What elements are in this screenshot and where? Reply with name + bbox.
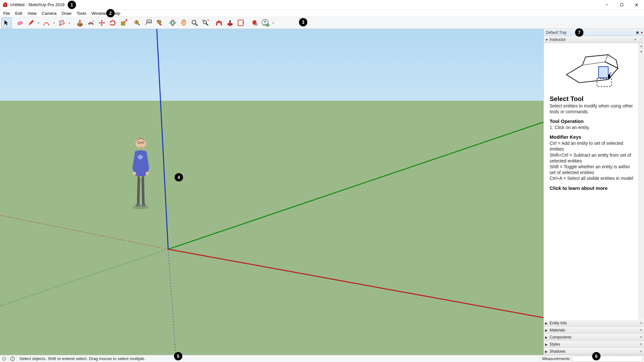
tool-rectangle-dropdown[interactable]: ▾	[68, 22, 72, 24]
axes-overlay	[0, 29, 543, 355]
scroll-up-icon[interactable]: ▲	[639, 43, 644, 49]
panel-header-materials[interactable]: ▶ Materials ×	[544, 327, 644, 334]
svg-line-32	[0, 249, 168, 306]
tool-select[interactable]	[1, 18, 12, 28]
instructor-tool-title: Select Tool	[550, 95, 634, 103]
svg-point-25	[256, 24, 257, 25]
svg-point-18	[170, 22, 176, 24]
toolbar: ▾ ▾ ▾ A1	[0, 17, 644, 29]
menu-tools[interactable]: Tools	[74, 10, 89, 16]
tool-arc-dropdown[interactable]: ▾	[52, 22, 56, 24]
instructor-mod-body: Ctrl = Add an entity to set of selected …	[550, 140, 634, 181]
instructor-op-title: Tool Operation	[550, 118, 634, 124]
tray-pin-icon[interactable]: ▣	[635, 31, 639, 34]
menu-draw[interactable]: Draw	[59, 10, 74, 16]
svg-line-33	[168, 249, 543, 318]
tool-tape[interactable]	[132, 18, 142, 28]
instructor-tool-desc: Select entities to modify when using oth…	[550, 103, 634, 115]
panel-label: Instructor	[550, 37, 566, 42]
credits-icon[interactable]: i	[8, 355, 17, 362]
panel-close-icon[interactable]: ×	[638, 342, 644, 347]
svg-point-19	[171, 20, 174, 26]
app-icon	[2, 2, 8, 8]
tool-pan[interactable]	[178, 18, 189, 28]
panel-label: Shadows	[550, 349, 565, 354]
svg-point-36	[135, 204, 140, 207]
tool-pencil[interactable]	[26, 18, 36, 28]
tool-arc[interactable]	[41, 18, 52, 28]
tray-close-icon[interactable]: ■	[639, 31, 644, 34]
tool-pushpull[interactable]	[75, 18, 85, 28]
panel-close-icon[interactable]: ×	[632, 37, 638, 42]
close-button[interactable]	[629, 0, 644, 10]
panel-label: Entity Info	[550, 321, 567, 325]
tool-send-to-layout[interactable]	[236, 18, 246, 28]
instructor-mod-title: Modifier Keys	[550, 134, 634, 140]
maximize-button[interactable]	[614, 0, 629, 10]
svg-line-34	[0, 215, 168, 249]
svg-line-31	[168, 122, 543, 249]
menu-help[interactable]: Help	[109, 10, 123, 16]
titlebar: Untitled - SketchUp Pro 2019	[0, 0, 644, 10]
tool-pencil-dropdown[interactable]: ▾	[37, 22, 41, 24]
tray-title[interactable]: Default Tray ▣ ■	[544, 29, 644, 36]
menu-camera[interactable]: Camera	[39, 10, 59, 16]
menu-file[interactable]: File	[1, 10, 13, 16]
instructor-op-body: 1. Click on an entity.	[550, 125, 634, 130]
tool-offset[interactable]	[86, 18, 96, 28]
svg-point-37	[141, 204, 146, 207]
svg-rect-44	[599, 67, 608, 78]
svg-point-11	[49, 25, 50, 26]
tool-text[interactable]: A1	[143, 18, 153, 28]
tool-orbit[interactable]	[168, 18, 178, 28]
panel-body-instructor: Select Tool Select entities to modify wh…	[544, 43, 644, 320]
tool-signin[interactable]	[260, 18, 271, 28]
tool-zoom-extents[interactable]	[200, 18, 211, 28]
geo-location-icon[interactable]	[0, 355, 8, 362]
tool-rectangle[interactable]	[57, 18, 67, 28]
svg-point-17	[160, 24, 162, 25]
panel-header-styles[interactable]: ▶ Styles ×	[544, 341, 644, 348]
panel-header-entity-info[interactable]: ▶ Entity Info ×	[544, 320, 644, 327]
svg-point-35	[132, 206, 149, 209]
svg-rect-12	[80, 21, 80, 23]
disclosure-right-icon: ▶	[545, 336, 550, 339]
viewport-3d[interactable]	[0, 29, 543, 355]
panel-close-icon[interactable]: ×	[638, 349, 644, 354]
tool-rotate[interactable]	[108, 18, 118, 28]
tool-eraser[interactable]	[15, 18, 25, 28]
tool-zoom[interactable]	[189, 18, 200, 28]
tool-move[interactable]	[97, 18, 107, 28]
measurements-input[interactable]	[572, 356, 643, 362]
menu-window[interactable]: Window	[89, 10, 109, 16]
tool-signin-dropdown[interactable]: ▾	[271, 22, 275, 24]
menu-view[interactable]: View	[25, 10, 39, 16]
disclosure-right-icon: ▶	[545, 329, 550, 332]
disclosure-right-icon: ▶	[545, 343, 550, 346]
panel-close-icon[interactable]: ×	[638, 321, 644, 325]
svg-line-29	[157, 29, 168, 249]
svg-point-21	[203, 21, 207, 24]
panel-header-components[interactable]: ▶ Components ×	[544, 334, 644, 341]
panel-close-icon[interactable]: ×	[638, 335, 644, 339]
tool-extension-manager[interactable]	[249, 18, 260, 28]
panel-collapse-icon[interactable]: ˄	[638, 38, 644, 42]
panel-header-instructor[interactable]: ▼ Instructor × ˄	[544, 36, 644, 43]
tool-paint[interactable]	[154, 18, 164, 28]
minimize-button[interactable]	[600, 0, 614, 10]
panel-close-icon[interactable]: ×	[638, 328, 644, 332]
svg-point-38	[133, 172, 136, 175]
menu-edit[interactable]: Edit	[13, 10, 25, 16]
svg-point-39	[146, 172, 149, 175]
tool-3d-warehouse[interactable]	[214, 18, 224, 28]
instructor-learn-more[interactable]: Click to learn about more	[550, 185, 634, 191]
svg-point-47	[4, 358, 5, 359]
tray-title-label: Default Tray	[546, 30, 567, 35]
tool-extension-warehouse[interactable]	[225, 18, 235, 28]
instructor-scrollbar[interactable]: ▲ ▼	[638, 43, 644, 320]
svg-point-9	[29, 24, 29, 25]
svg-line-30	[168, 249, 176, 355]
tool-scale[interactable]	[119, 18, 129, 28]
panel-header-shadows[interactable]: ▶ Shadows ×	[544, 348, 644, 355]
menubar: File Edit View Camera Draw Tools Window …	[0, 10, 644, 17]
